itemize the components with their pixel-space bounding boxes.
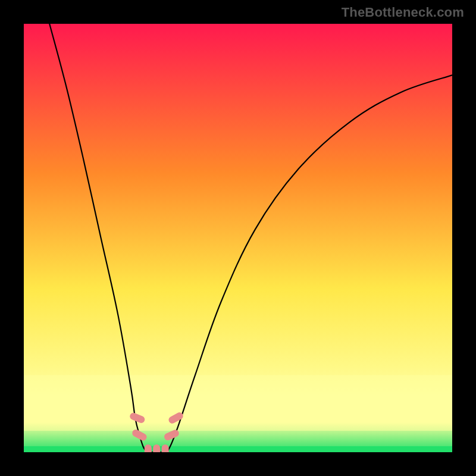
- marker-3: [153, 444, 160, 452]
- marker-pill: [145, 444, 152, 452]
- baseline-stripe: [24, 446, 452, 452]
- attribution-label: TheBottleneck.com: [342, 5, 464, 20]
- marker-pill: [162, 444, 169, 452]
- marker-2: [145, 444, 152, 452]
- marker-4: [162, 444, 169, 452]
- chart-svg: [24, 24, 452, 452]
- chart-frame: TheBottleneck.com: [0, 0, 476, 476]
- marker-pill: [153, 444, 160, 452]
- plot-area: [24, 24, 452, 452]
- highlight-band: [24, 375, 452, 431]
